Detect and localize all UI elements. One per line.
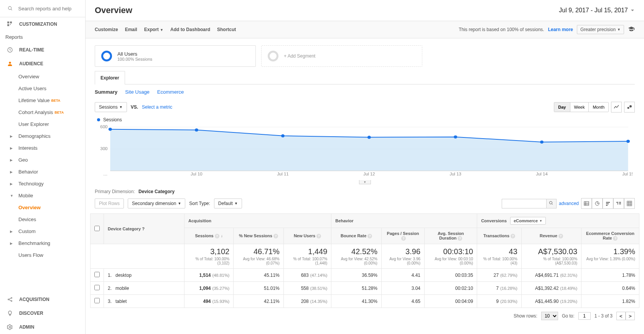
svg-point-35 (550, 201, 552, 204)
nav-item-behavior[interactable]: ▶Behavior (0, 166, 85, 178)
select-metric-link[interactable]: Select a metric (142, 104, 172, 110)
chart-type-motion-icon[interactable] (624, 102, 635, 112)
col-bounce-rate[interactable]: Bounce Rate? (331, 228, 382, 244)
nav-item-demographics[interactable]: ▶Demographics (0, 130, 85, 142)
date-range-picker[interactable]: Jul 9, 2017 - Jul 15, 2017 (559, 7, 635, 14)
add-segment-button[interactable]: + Add Segment (261, 45, 422, 67)
col-sessions[interactable]: Sessions?↓ (184, 228, 234, 244)
advanced-link[interactable]: advanced (559, 201, 579, 206)
time-day-button[interactable]: Day (554, 103, 570, 112)
nav-customization[interactable]: CUSTOMIZATION (0, 17, 85, 31)
table-search-button[interactable] (546, 199, 556, 208)
pager-next-button[interactable]: > (626, 312, 635, 320)
help-icon[interactable]: ? (401, 236, 406, 241)
col-transactions[interactable]: Transactions? (477, 228, 521, 244)
conversions-select[interactable]: eCommerce ▼ (510, 217, 546, 225)
row-category[interactable]: 2. mobile (104, 282, 184, 295)
segment-title: All Users (117, 51, 152, 57)
view-pie-icon[interactable] (592, 198, 603, 209)
action-shortcut[interactable]: Shortcut (217, 27, 236, 32)
nav-item-custom[interactable]: ▶Custom (0, 225, 85, 237)
row-checkbox[interactable] (94, 285, 100, 290)
caret-icon: ▶ (10, 241, 15, 245)
row-checkbox[interactable] (94, 272, 100, 277)
help-icon[interactable]: ? (273, 234, 278, 238)
help-icon[interactable]: ? (316, 234, 321, 238)
grad-cap-icon[interactable] (628, 26, 635, 34)
action-export[interactable]: Export ▼ (144, 27, 163, 32)
nav-item-benchmarking[interactable]: ▶Benchmarking (0, 237, 85, 249)
primary-dimension-value[interactable]: Device Category (138, 189, 175, 194)
col-new-users[interactable]: New Users? (283, 228, 331, 244)
help-icon[interactable]: ? (613, 236, 618, 241)
col-avg-duration[interactable]: Avg. Session Duration? (425, 228, 477, 244)
nav-item-geo[interactable]: ▶Geo (0, 154, 85, 166)
chart-expand-handle[interactable]: ▾ (359, 180, 371, 184)
svg-point-9 (11, 298, 12, 299)
nav-item-devices[interactable]: Devices (0, 213, 85, 225)
col-revenue[interactable]: Revenue? (521, 228, 581, 244)
nav-item-cohort-analysis[interactable]: Cohort AnalysisBETA (0, 106, 85, 118)
col-pages-session[interactable]: Pages / Session? (381, 228, 424, 244)
precision-select[interactable]: Greater precision ▼ (577, 25, 624, 34)
help-icon[interactable]: ? (511, 234, 515, 238)
goto-input[interactable] (578, 312, 591, 320)
help-icon[interactable]: ? (367, 234, 372, 238)
nav-item-mobile-overview[interactable]: Overview (0, 202, 85, 213)
nav-item-technology[interactable]: ▶Technology (0, 178, 85, 190)
view-bar-icon[interactable] (603, 198, 613, 209)
nav-item-user-explorer[interactable]: User Explorer (0, 118, 85, 130)
view-table-icon[interactable] (581, 198, 592, 209)
nav-admin[interactable]: ADMIN (0, 320, 85, 334)
row-checkbox[interactable] (94, 298, 100, 303)
nav-acquisition-label: ACQUISITION (19, 297, 49, 302)
pager-prev-button[interactable]: < (616, 312, 626, 320)
nav-item-overview[interactable]: Overview (0, 71, 85, 83)
time-month-button[interactable]: Month (589, 103, 608, 112)
row-category[interactable]: 3. tablet (104, 295, 184, 308)
view-comparison-icon[interactable] (613, 198, 624, 209)
action-email[interactable]: Email (125, 27, 137, 32)
plot-rows-button[interactable]: Plot Rows (95, 198, 124, 208)
view-pivot-icon[interactable] (624, 198, 635, 209)
nav-customization-label: CUSTOMIZATION (19, 21, 57, 27)
primary-dimension-label: Primary Dimension: (95, 189, 135, 194)
action-customize[interactable]: Customize (95, 27, 118, 32)
learn-more-link[interactable]: Learn more (548, 27, 573, 32)
nav-audience-label: AUDIENCE (19, 61, 43, 66)
nav-realtime[interactable]: REAL-TIME (0, 43, 85, 57)
time-week-button[interactable]: Week (570, 103, 589, 112)
svg-rect-46 (619, 202, 621, 203)
subtab-summary[interactable]: Summary (95, 89, 117, 95)
segment-all-users[interactable]: All Users 100.00% Sessions (95, 45, 256, 67)
nav-item-lifetime-value[interactable]: Lifetime ValueBETA (0, 94, 85, 106)
col-pct-new-sessions[interactable]: % New Sessions? (234, 228, 284, 244)
action-add-dashboard[interactable]: Add to Dashboard (170, 27, 210, 32)
col-device-category[interactable]: Device Category (108, 227, 141, 231)
search-icon (8, 5, 13, 12)
subtab-ecommerce[interactable]: Ecommerce (157, 89, 184, 95)
search-input[interactable] (18, 6, 77, 12)
chart-type-line-icon[interactable] (611, 102, 622, 112)
tab-explorer[interactable]: Explorer (95, 71, 125, 84)
subtab-site-usage[interactable]: Site Usage (125, 89, 150, 95)
nav-discover[interactable]: DISCOVER (0, 306, 85, 320)
select-all-checkbox[interactable] (94, 226, 100, 231)
row-category[interactable]: 1. desktop (104, 269, 184, 282)
sort-type-select[interactable]: Default ▼ (214, 198, 242, 208)
nav-item-mobile[interactable]: ▼Mobile (0, 190, 85, 202)
col-conv-rate[interactable]: Ecommerce Conversion Rate? (581, 228, 639, 244)
secondary-dimension-select[interactable]: Secondary dimension ▼ (128, 198, 185, 208)
help-icon[interactable]: ? (558, 234, 563, 238)
nav-item-active-users[interactable]: Active Users (0, 83, 85, 94)
nav-item-users-flow[interactable]: Users Flow (0, 249, 85, 261)
help-icon[interactable]: ? (458, 236, 462, 241)
help-icon[interactable]: ? (215, 234, 219, 238)
metric-select[interactable]: Sessions ▼ (95, 102, 127, 112)
nav-audience[interactable]: AUDIENCE (0, 57, 85, 71)
nav-acquisition[interactable]: ACQUISITION (0, 293, 85, 306)
rows-select[interactable]: 10 (541, 312, 558, 320)
help-icon[interactable]: ? (142, 227, 145, 231)
table-search-input[interactable] (502, 199, 546, 208)
nav-item-interests[interactable]: ▶Interests (0, 142, 85, 154)
